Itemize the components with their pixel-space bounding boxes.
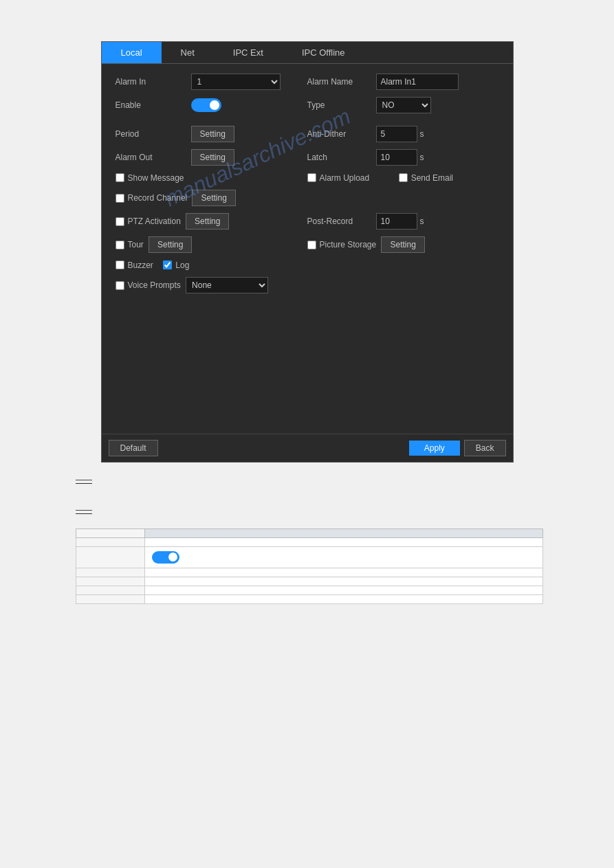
type-select[interactable]: NO NC — [376, 97, 431, 113]
record-channel-checkbox-label[interactable]: Record Channel — [116, 193, 188, 203]
voice-prompts-select[interactable]: None — [186, 277, 268, 293]
latch-label: Latch — [307, 153, 376, 162]
picture-storage-checkbox[interactable] — [307, 241, 316, 249]
anti-dither-label: Anti-Dither — [307, 129, 376, 139]
table-row — [76, 595, 543, 604]
show-message-checkbox-label[interactable]: Show Message — [116, 173, 184, 183]
enable-toggle[interactable] — [191, 98, 221, 112]
send-email-checkbox[interactable] — [399, 173, 408, 182]
table-row — [76, 586, 543, 595]
anti-dither-unit: s — [420, 129, 424, 139]
tab-local[interactable]: Local — [102, 42, 162, 63]
default-button[interactable]: Default — [109, 440, 158, 456]
tab-net[interactable]: Net — [162, 42, 214, 63]
back-button[interactable]: Back — [464, 440, 506, 456]
table-header-param — [76, 529, 145, 538]
alarm-upload-checkbox-label[interactable]: Alarm Upload — [307, 173, 370, 183]
table-toggle — [152, 551, 179, 564]
apply-button[interactable]: Apply — [409, 441, 460, 456]
table-row — [76, 547, 543, 568]
ptz-activation-checkbox[interactable] — [116, 217, 124, 226]
picture-storage-checkbox-label[interactable]: Picture Storage — [307, 240, 377, 249]
post-record-label: Post-Record — [307, 216, 376, 226]
picture-storage-setting-button[interactable]: Setting — [381, 236, 424, 253]
period-setting-button[interactable]: Setting — [191, 126, 234, 142]
alarm-out-label: Alarm Out — [116, 153, 191, 162]
tour-setting-button[interactable]: Setting — [149, 236, 192, 253]
show-message-checkbox[interactable] — [116, 173, 124, 182]
table-row — [76, 577, 543, 586]
anti-dither-input[interactable] — [376, 126, 417, 142]
log-checkbox[interactable] — [163, 260, 172, 269]
post-record-input[interactable] — [376, 213, 417, 230]
latch-input[interactable] — [376, 149, 417, 166]
table-row — [76, 568, 543, 577]
table-row — [76, 538, 543, 547]
record-channel-setting-button[interactable]: Setting — [192, 190, 235, 206]
alarm-upload-checkbox[interactable] — [307, 173, 316, 182]
period-label: Period — [116, 129, 191, 139]
info-table — [76, 528, 543, 604]
buzzer-checkbox-label[interactable]: Buzzer — [116, 260, 153, 270]
type-label: Type — [307, 100, 376, 110]
table-header-desc — [145, 529, 543, 538]
log-checkbox-label[interactable]: Log — [163, 260, 189, 270]
below-line1: —— — [76, 475, 545, 485]
voice-prompts-checkbox-label[interactable]: Voice Prompts — [116, 280, 181, 290]
tour-checkbox-label[interactable]: Tour — [116, 240, 144, 249]
tour-checkbox[interactable] — [116, 241, 124, 249]
alarm-in-label: Alarm In — [116, 77, 191, 87]
ptz-activation-checkbox-label[interactable]: PTZ Activation — [116, 216, 181, 226]
enable-label: Enable — [116, 100, 191, 110]
ptz-activation-setting-button[interactable]: Setting — [186, 213, 229, 230]
alarm-out-setting-button[interactable]: Setting — [191, 149, 234, 166]
tab-ipc-ext[interactable]: IPC Ext — [214, 42, 283, 63]
latch-unit: s — [420, 153, 424, 162]
post-record-unit: s — [420, 216, 424, 226]
alarm-name-input[interactable] — [376, 74, 459, 90]
send-email-checkbox-label[interactable]: Send Email — [399, 173, 453, 183]
record-channel-checkbox[interactable] — [116, 194, 124, 203]
voice-prompts-checkbox[interactable] — [116, 281, 124, 290]
below-line2: —— — [76, 505, 545, 515]
tab-ipc-offline[interactable]: IPC Offline — [283, 42, 364, 63]
alarm-in-select[interactable]: 1 — [191, 74, 281, 90]
alarm-name-label: Alarm Name — [307, 77, 376, 87]
buzzer-checkbox[interactable] — [116, 260, 124, 269]
